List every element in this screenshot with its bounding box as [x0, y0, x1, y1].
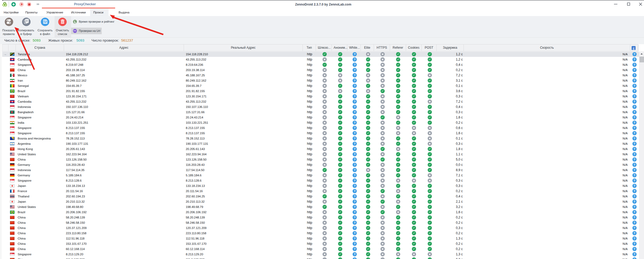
svg-text:g: g	[633, 46, 635, 50]
